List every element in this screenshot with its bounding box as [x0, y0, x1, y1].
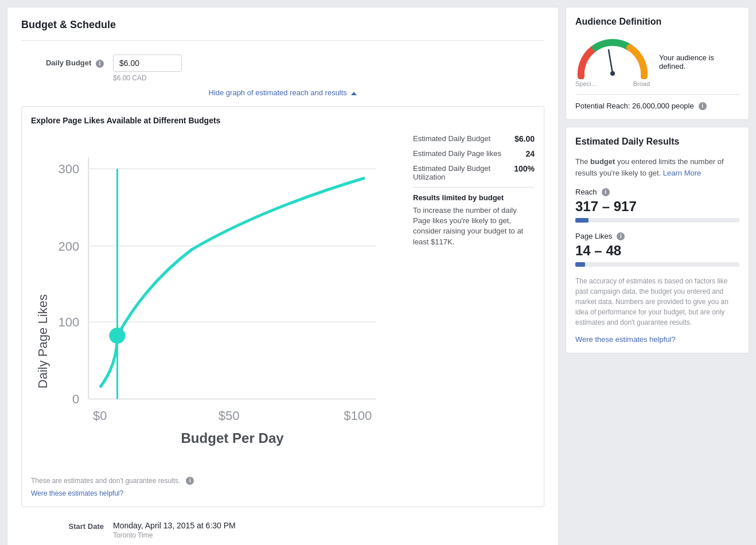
svg-text:$50: $50	[219, 408, 240, 423]
potential-reach-info-icon[interactable]: i	[699, 102, 707, 110]
page-likes-progress-fill	[575, 262, 585, 267]
budget-schedule-panel: Budget & Schedule Daily Budget i $6.00 C…	[7, 7, 559, 545]
chart-footer-link[interactable]: Were these estimates helpful?	[31, 489, 123, 497]
learn-more-link[interactable]: Learn More	[663, 169, 701, 177]
est-utilization-value: 100%	[514, 164, 535, 173]
daily-budget-row: Daily Budget i $6.00 CAD	[21, 54, 544, 82]
budget-cad: $6.00 CAD	[113, 74, 182, 82]
est-page-likes-row: Estimated Daily Page likes 24	[413, 149, 535, 158]
start-date-row: Start Date Monday, April 13, 2015 at 6:3…	[21, 521, 544, 539]
svg-text:$100: $100	[344, 408, 372, 423]
chart-svg: Daily Page Likes 0 100 200	[31, 134, 399, 468]
chart-footer: These are estimates and don't guarantee …	[31, 477, 535, 485]
chart-footer-text: These are estimates and don't guarantee …	[31, 477, 180, 485]
panel-title: Budget & Schedule	[21, 19, 544, 41]
reach-progress-bg	[575, 218, 739, 223]
y-axis-label: Daily Page Likes	[36, 294, 50, 388]
chart-body: Daily Page Likes 0 100 200	[31, 134, 535, 470]
svg-point-14	[110, 329, 124, 342]
results-limited-title: Results limited by budget	[413, 193, 535, 202]
page-likes-label: Page Likes i	[575, 232, 739, 240]
page-likes-value: 14 – 48	[575, 243, 739, 259]
svg-text:0: 0	[72, 392, 79, 406]
audience-definition-card: Audience Definition	[566, 7, 749, 120]
reach-info-icon[interactable]: i	[602, 188, 610, 196]
budget-input[interactable]	[113, 54, 182, 72]
daily-budget-info-icon[interactable]: i	[96, 60, 104, 68]
reach-value: 317 – 917	[575, 198, 739, 215]
start-date-value-wrapper: Monday, April 13, 2015 at 6:30 PM Toront…	[113, 521, 236, 539]
audience-divider	[575, 94, 739, 95]
est-daily-budget-value: $6.00	[515, 134, 535, 143]
audience-definition-title: Audience Definition	[575, 17, 739, 27]
edr-helpful-link[interactable]: Were these estimates helpful?	[575, 335, 676, 344]
chart-title: Explore Page Likes Available at Differen…	[31, 116, 535, 125]
est-page-likes-label: Estimated Daily Page likes	[413, 149, 525, 158]
stat-divider	[413, 187, 535, 188]
gauge-svg	[575, 36, 650, 79]
est-daily-budget-label: Estimated Daily Budget	[413, 134, 515, 143]
chart-section: Explore Page Likes Available at Differen…	[21, 106, 544, 507]
hide-graph-link[interactable]: Hide graph of estimated reach and result…	[209, 88, 357, 97]
reach-progress-fill	[575, 218, 589, 223]
start-date-value: Monday, April 13, 2015 at 6:30 PM	[113, 521, 236, 530]
gauge-label-broad: Broad	[633, 80, 650, 87]
svg-line-16	[609, 50, 613, 73]
est-utilization-row: Estimated Daily Budget Utilization 100%	[413, 164, 535, 181]
daily-budget-label: Daily Budget i	[21, 54, 113, 68]
gauge-row: Speci… Broad Your audience is defined.	[575, 36, 739, 87]
reach-label: Reach i	[575, 188, 739, 196]
right-panel: Audience Definition	[566, 7, 749, 545]
svg-text:100: 100	[58, 315, 79, 329]
gauge-wrapper: Speci… Broad	[575, 36, 650, 87]
edr-description: The budget you entered limits the number…	[575, 156, 739, 178]
gauge-container	[575, 36, 650, 79]
budget-input-wrapper: $6.00 CAD	[113, 54, 182, 82]
gauge-labels: Speci… Broad	[575, 80, 650, 87]
page-likes-info-icon[interactable]: i	[617, 232, 625, 240]
start-date-label: Start Date	[21, 521, 113, 531]
svg-text:Budget Per Day: Budget Per Day	[181, 430, 284, 446]
chart-svg-container: Daily Page Likes 0 100 200	[31, 134, 399, 470]
est-daily-budget-row: Estimated Daily Budget $6.00	[413, 134, 535, 143]
svg-text:300: 300	[58, 162, 79, 176]
gauge-label-specific: Speci…	[575, 80, 598, 87]
page-likes-progress-bg	[575, 262, 739, 267]
edr-title: Estimated Daily Results	[575, 137, 739, 147]
chart-footer-info-icon[interactable]: i	[186, 477, 194, 485]
est-utilization-label: Estimated Daily Budget Utilization	[413, 164, 514, 181]
start-date-timezone: Toronto Time	[113, 531, 236, 539]
est-page-likes-value: 24	[525, 149, 535, 158]
svg-point-17	[610, 71, 615, 76]
svg-text:200: 200	[58, 239, 79, 254]
caret-up-icon	[351, 92, 357, 95]
audience-status: Your audience is defined.	[659, 53, 739, 71]
estimated-daily-results-card: Estimated Daily Results The budget you e…	[566, 127, 749, 353]
edr-note: The accuracy of estimates is based on fa…	[575, 276, 739, 328]
results-limited-text: To increase the number of daily Page lik…	[413, 205, 535, 247]
chart-stats: Estimated Daily Budget $6.00 Estimated D…	[408, 134, 535, 470]
svg-text:$0: $0	[93, 408, 107, 423]
potential-reach: Potential Reach: 26,000,000 people i	[575, 102, 739, 110]
